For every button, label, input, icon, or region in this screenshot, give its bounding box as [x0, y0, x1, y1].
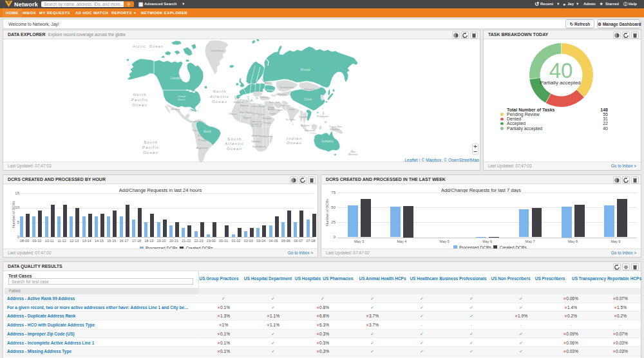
- svg-text:India: India: [289, 108, 295, 111]
- svg-text:Peru: Peru: [192, 129, 198, 132]
- svg-text:Ukraine: Ukraine: [266, 89, 274, 91]
- svg-text:South: South: [227, 137, 242, 141]
- svg-text:Guinea: Guinea: [332, 128, 340, 131]
- svg-text:North: North: [133, 92, 146, 97]
- svg-text:Pacific: Pacific: [142, 145, 160, 149]
- svg-text:Iran: Iran: [276, 100, 280, 104]
- svg-text:Egypt: Egypt: [259, 104, 267, 108]
- svg-text:States: States: [178, 98, 185, 101]
- svg-text:Philippines: Philippines: [317, 115, 328, 118]
- svg-text:Zealand: Zealand: [348, 153, 357, 156]
- svg-text:Mongolia: Mongolia: [305, 88, 316, 91]
- svg-text:Yemen: Yemen: [269, 113, 276, 115]
- svg-text:Pacific: Pacific: [131, 97, 149, 102]
- svg-text:Russia: Russia: [301, 68, 310, 71]
- svg-text:South Africa: South Africa: [252, 146, 266, 148]
- svg-text:Ocean: Ocean: [143, 150, 158, 155]
- svg-text:Ocean: Ocean: [132, 102, 147, 107]
- svg-text:Senegal: Senegal: [229, 113, 238, 115]
- svg-text:Canada: Canada: [171, 77, 182, 80]
- svg-text:Belar...: Belar...: [265, 82, 272, 84]
- svg-text:Libya: Libya: [251, 104, 258, 108]
- svg-text:Paraguay: Paraguay: [198, 139, 209, 142]
- svg-text:Algeria: Algeria: [240, 104, 249, 107]
- svg-text:Turkey: Turkey: [260, 95, 267, 99]
- svg-text:Atlantic: Atlantic: [209, 94, 229, 99]
- svg-text:Kazakhstan: Kazakhstan: [279, 86, 294, 89]
- svg-text:Ocean: Ocean: [227, 146, 242, 151]
- svg-text:Bolivia: Bolivia: [198, 134, 206, 137]
- svg-text:Ocean: Ocean: [212, 99, 227, 104]
- svg-text:Ocean: Ocean: [287, 140, 302, 145]
- svg-text:Kenya: Kenya: [264, 122, 272, 124]
- svg-text:Malaysia: Malaysia: [301, 124, 310, 127]
- svg-text:North: North: [213, 89, 226, 93]
- svg-text:Namibia: Namibia: [252, 140, 261, 143]
- svg-text:Uzbekistan: Uzbekistan: [275, 93, 287, 96]
- svg-text:Iraq: Iraq: [269, 101, 274, 104]
- svg-text:the Congo: the Congo: [251, 125, 261, 127]
- svg-text:Brazil: Brazil: [204, 130, 211, 133]
- svg-text:China: China: [304, 98, 312, 101]
- svg-text:Arabia: Arabia: [268, 108, 276, 111]
- svg-text:Greenland: Greenland: [211, 49, 224, 52]
- svg-text:Thailand: Thailand: [298, 116, 307, 118]
- svg-text:Indian: Indian: [287, 136, 302, 140]
- svg-text:Argentina: Argentina: [196, 146, 209, 149]
- svg-text:Romania: Romania: [255, 90, 263, 93]
- svg-text:Pakistan: Pakistan: [281, 104, 290, 107]
- svg-text:South: South: [144, 140, 158, 144]
- svg-text:Oman: Oman: [277, 109, 283, 111]
- svg-text:Sudan: Sudan: [258, 113, 265, 116]
- svg-text:Nigeria: Nigeria: [243, 117, 252, 119]
- svg-text:Mali: Mali: [240, 111, 244, 114]
- svg-text:Colombia: Colombia: [191, 120, 203, 123]
- svg-text:Australia: Australia: [321, 140, 333, 143]
- svg-text:Sri Lanka: Sri Lanka: [286, 118, 296, 121]
- svg-text:Mexico: Mexico: [171, 108, 180, 111]
- svg-text:Indonesia: Indonesia: [305, 129, 316, 132]
- svg-text:Arctic Ocean: Arctic Ocean: [132, 44, 164, 48]
- svg-text:Chad: Chad: [251, 113, 257, 115]
- svg-text:Tunisia: Tunisia: [246, 100, 253, 102]
- svg-text:Madagascar: Madagascar: [260, 135, 274, 138]
- svg-text:Atlantic: Atlantic: [224, 141, 244, 146]
- svg-text:Ethiopia: Ethiopia: [262, 117, 272, 120]
- svg-text:Cuba: Cuba: [189, 109, 196, 112]
